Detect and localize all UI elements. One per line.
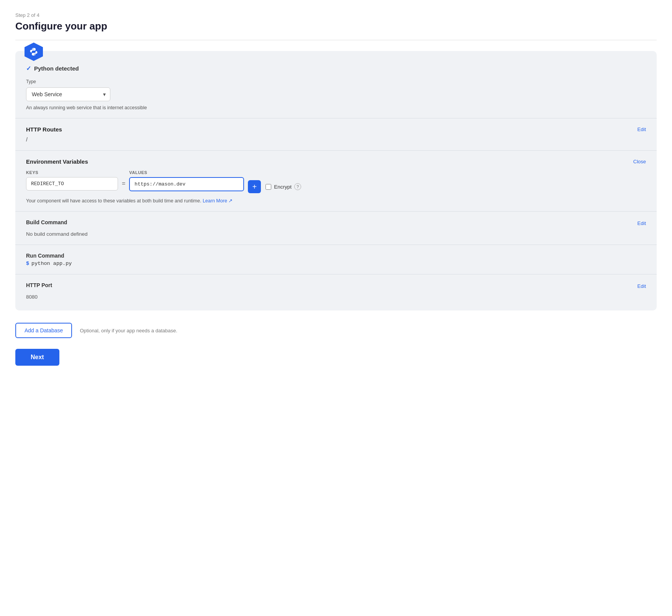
step-label: Step 2 of 4	[15, 12, 657, 18]
add-database-button[interactable]: Add a Database	[15, 323, 72, 338]
env-note: Your component will have access to these…	[26, 198, 646, 204]
env-value-col: VALUES	[129, 170, 244, 191]
env-actions: + Encrypt ?	[248, 180, 301, 193]
http-port-edit-button[interactable]: Edit	[638, 283, 646, 289]
python-detected-text: ✓ Python detected	[26, 65, 646, 72]
type-label: Type	[26, 79, 646, 84]
card-top: ✓ Python detected Type Web Service Backg…	[15, 51, 657, 110]
http-routes-section: HTTP Routes Edit /	[15, 126, 657, 143]
http-port-header: HTTP Port Edit	[26, 282, 646, 290]
http-port-value: 8080	[26, 294, 646, 300]
port-divider	[15, 274, 657, 274]
build-command-header: Build Command Edit	[26, 219, 646, 227]
build-command-edit-button[interactable]: Edit	[638, 220, 646, 226]
run-divider	[15, 245, 657, 245]
run-command-title: Run Command	[26, 253, 646, 259]
encrypt-help-icon[interactable]: ?	[294, 183, 301, 190]
http-routes-header: HTTP Routes Edit	[26, 126, 646, 133]
env-key-col: KEYS	[26, 170, 118, 191]
build-command-section: Build Command Edit No build command defi…	[15, 219, 657, 237]
build-command-value: No build command defined	[26, 231, 646, 237]
type-select-wrapper: Web Service Background Worker Cron Job ▾	[26, 87, 110, 101]
learn-more-link[interactable]: Learn More ↗	[203, 198, 233, 204]
detected-label: Python detected	[34, 65, 79, 72]
page-title: Configure your app	[15, 20, 657, 32]
http-port-title: HTTP Port	[26, 282, 52, 288]
add-env-button[interactable]: +	[248, 180, 261, 193]
checkmark-icon: ✓	[26, 65, 31, 72]
equals-sign: =	[122, 180, 125, 187]
encrypt-wrapper: Encrypt ?	[266, 183, 301, 190]
main-card: ✓ Python detected Type Web Service Backg…	[15, 51, 657, 310]
http-routes-edit-button[interactable]: Edit	[638, 126, 646, 132]
route-value: /	[26, 136, 646, 143]
routes-divider	[15, 118, 657, 118]
http-routes-title: HTTP Routes	[26, 126, 62, 133]
env-header: Environment Variables Close	[26, 158, 646, 165]
run-command-value: $ python app.py	[26, 261, 646, 266]
env-title: Environment Variables	[26, 158, 88, 165]
next-button[interactable]: Next	[15, 349, 59, 366]
run-command-section: Run Command $ python app.py	[15, 253, 657, 266]
env-close-button[interactable]: Close	[633, 159, 646, 164]
build-command-title: Build Command	[26, 219, 67, 225]
optional-note: Optional, only if your app needs a datab…	[80, 328, 177, 333]
run-command-text: python app.py	[31, 261, 72, 266]
dollar-icon: $	[26, 261, 29, 266]
encrypt-checkbox[interactable]	[266, 184, 271, 190]
env-variables-section: Environment Variables Close KEYS = VALUE…	[15, 158, 657, 204]
header-divider	[15, 40, 657, 40]
env-divider	[15, 150, 657, 151]
env-row: KEYS = VALUES + Encrypt ?	[26, 170, 646, 193]
values-label: VALUES	[129, 170, 244, 175]
env-value-input[interactable]	[129, 177, 244, 191]
http-port-section: HTTP Port Edit 8080	[15, 282, 657, 300]
keys-label: KEYS	[26, 170, 118, 175]
env-key-input[interactable]	[26, 177, 118, 191]
type-select[interactable]: Web Service Background Worker Cron Job	[26, 87, 110, 101]
encrypt-label: Encrypt	[274, 184, 292, 190]
build-divider	[15, 211, 657, 212]
bottom-actions: Add a Database Optional, only if your ap…	[15, 323, 657, 338]
type-description: An always running web service that is in…	[26, 105, 646, 110]
